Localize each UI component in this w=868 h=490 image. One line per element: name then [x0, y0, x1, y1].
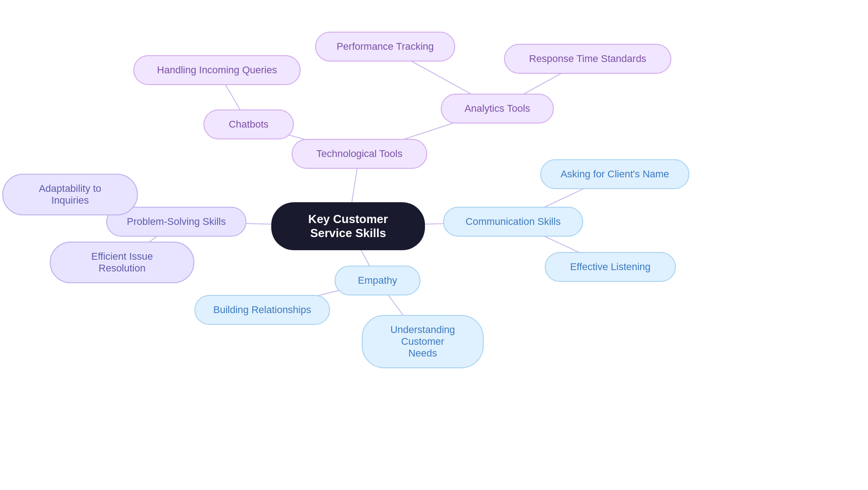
adaptability-to-inquiries-node[interactable]: Adaptability to Inquiries	[2, 174, 138, 215]
performance-tracking-node[interactable]: Performance Tracking	[315, 32, 455, 62]
building-relationships-node[interactable]: Building Relationships	[194, 295, 330, 325]
response-time-standards-node[interactable]: Response Time Standards	[504, 44, 671, 74]
center-node[interactable]: Key Customer Service Skills	[271, 202, 425, 250]
communication-skills-node[interactable]: Communication Skills	[443, 207, 583, 237]
empathy-node[interactable]: Empathy	[335, 266, 420, 295]
handling-incoming-queries-node[interactable]: Handling Incoming Queries	[133, 55, 301, 85]
technological-tools-node[interactable]: Technological Tools	[292, 139, 427, 169]
effective-listening-node[interactable]: Effective Listening	[545, 252, 676, 282]
mind-map: Key Customer Service SkillsPerformance T…	[0, 0, 868, 490]
chatbots-node[interactable]: Chatbots	[203, 109, 294, 139]
analytics-tools-node[interactable]: Analytics Tools	[441, 94, 554, 124]
asking-for-clients-name-node[interactable]: Asking for Client's Name	[540, 159, 689, 189]
efficient-issue-resolution-node[interactable]: Efficient Issue Resolution	[50, 242, 194, 283]
understanding-customer-needs-node[interactable]: Understanding Customer Needs	[362, 315, 484, 368]
